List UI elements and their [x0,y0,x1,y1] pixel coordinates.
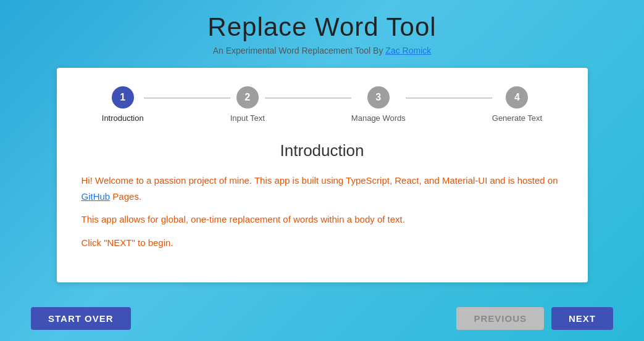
page-wrapper: Replace Word Tool An Experimental Word R… [0,0,644,341]
intro-p2-text: This app allows for global, one-time rep… [82,214,405,224]
next-button[interactable]: NEXT [551,307,613,330]
step-2-circle: 2 [236,86,259,109]
step-4: 4 Generate Text [492,86,542,123]
step-2: 2 Input Text [230,86,265,123]
step-1: 1 Introduction [102,86,144,123]
step-4-number: 4 [514,92,520,103]
step-3-label: Manage Words [351,113,406,123]
header: Replace Word Tool An Experimental Word R… [207,12,436,55]
step-2-label: Input Text [230,113,265,123]
nav-button-group: PREVIOUS NEXT [456,307,613,330]
previous-button[interactable]: PREVIOUS [456,307,544,330]
github-link[interactable]: GitHub [82,191,111,202]
step-3-circle: 3 [367,86,390,109]
intro-p3-text: Click "NEXT" to begin. [82,237,174,248]
content-area: Introduction Hi! Welcome to a passion pr… [82,141,563,250]
step-3-number: 3 [375,92,381,103]
main-card: 1 Introduction 2 Input Text 3 Manage Wor… [57,68,588,282]
intro-paragraph-3: Click "NEXT" to begin. [82,235,563,251]
start-over-button[interactable]: START OVER [31,307,131,330]
footer-bar: START OVER PREVIOUS NEXT [0,295,644,341]
step-4-circle: 4 [506,86,528,109]
intro-p1-before: Hi! Welcome to a passion project of mine… [82,175,558,202]
step-2-number: 2 [245,92,250,103]
step-1-label: Introduction [102,113,144,123]
connector-3-4 [406,97,492,99]
content-title: Introduction [82,141,563,160]
page-title: Replace Word Tool [207,12,436,42]
connector-1-2 [144,97,230,99]
connector-2-3 [265,97,351,99]
intro-paragraph-2: This app allows for global, one-time rep… [82,212,563,228]
content-body: Hi! Welcome to a passion project of mine… [82,173,563,250]
step-1-circle: 1 [112,86,134,109]
step-3: 3 Manage Words [351,86,406,123]
subtitle: An Experimental Word Replacement Tool By… [207,46,436,55]
author-link[interactable]: Zac Romick [385,46,431,55]
stepper: 1 Introduction 2 Input Text 3 Manage Wor… [82,86,563,123]
step-4-label: Generate Text [492,113,542,123]
subtitle-text: An Experimental Word Replacement Tool By [213,46,386,55]
step-1-number: 1 [120,92,125,103]
intro-paragraph-1: Hi! Welcome to a passion project of mine… [82,173,563,204]
